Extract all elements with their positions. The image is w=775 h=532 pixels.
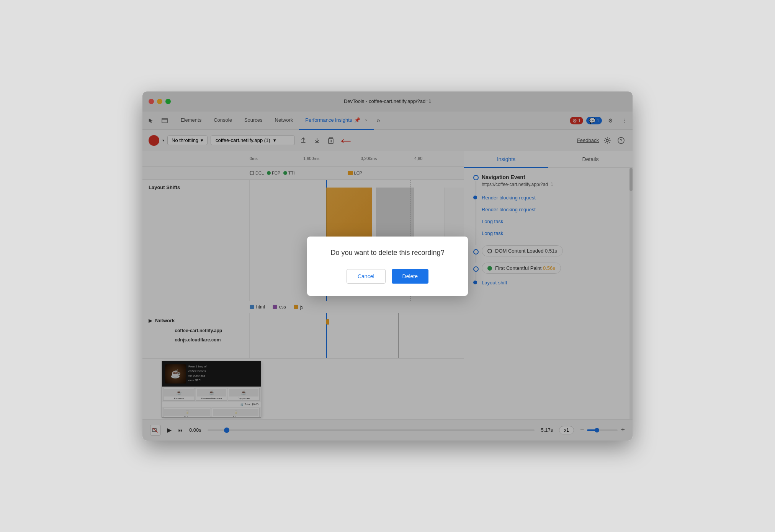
modal-overlay[interactable]: Do you want to delete this recording? Ca… [142, 91, 633, 441]
modal-title: Do you want to delete this recording? [322, 249, 453, 257]
devtools-window: DevTools - coffee-cart.netlify.app/?ad=1… [142, 91, 633, 441]
delete-recording-modal: Do you want to delete this recording? Ca… [307, 237, 468, 296]
modal-delete-button[interactable]: Delete [392, 269, 428, 284]
modal-cancel-button[interactable]: Cancel [347, 269, 386, 284]
modal-buttons: Cancel Delete [322, 269, 453, 284]
